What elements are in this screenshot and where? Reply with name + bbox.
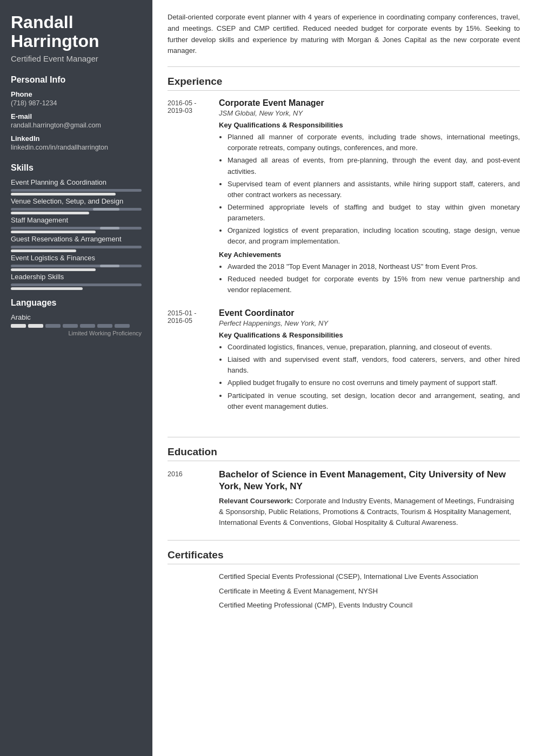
phone-label: Phone <box>11 90 142 98</box>
skill-item: Event Planning & Coordination <box>11 178 142 192</box>
skill-bar-fill <box>11 193 116 195</box>
language-block <box>97 324 112 328</box>
skill-bar-extra <box>93 208 119 211</box>
language-block <box>28 324 43 328</box>
main-content: Detail-oriented corporate event planner … <box>152 0 535 756</box>
job-title: Event Coordinator <box>219 308 520 318</box>
candidate-title: Certified Event Manager <box>11 54 142 63</box>
qualification-item: Supervised team of event planners and as… <box>228 179 520 200</box>
skill-name: Venue Selection, Setup, and Design <box>11 197 142 205</box>
skill-bar-fill <box>11 231 96 233</box>
qualification-item: Liaised with and supervised event staff,… <box>228 354 520 376</box>
job-date: 2016-05 -2019-03 <box>168 98 219 308</box>
language-block <box>63 324 78 328</box>
skill-bar-fill <box>11 212 89 214</box>
skill-bar-bg <box>11 189 142 192</box>
job-content: Event CoordinatorPerfect Happenings, New… <box>219 308 520 425</box>
skill-name: Event Planning & Coordination <box>11 178 142 186</box>
job-date: 2015-01 -2016-05 <box>168 308 219 425</box>
language-block <box>80 324 95 328</box>
cert-item: Certificate in Meeting & Event Managemen… <box>219 586 520 596</box>
qualifications-label: Key Qualifications & Responsibilities <box>219 331 520 339</box>
qualification-item: Determined appropriate levels of staffin… <box>228 202 520 224</box>
email-label: E-mail <box>11 112 142 120</box>
cert-spacer <box>168 572 219 586</box>
achievement-item: Awarded the 2018 "Top Event Manager in 2… <box>228 261 520 272</box>
cert-content: Certified Meeting Professional (CMP), Ev… <box>219 600 520 615</box>
skill-name: Leadership Skills <box>11 273 142 281</box>
certificates-heading: Certificates <box>168 549 520 564</box>
education-section: Education 2016Bachelor of Science in Eve… <box>168 446 520 529</box>
languages-heading: Languages <box>11 298 142 308</box>
qualification-item: Participated in venue scouting, set desi… <box>228 390 520 412</box>
certificates-table: Certified Special Events Professional (C… <box>168 572 520 615</box>
certificate-row: Certified Meeting Professional (CMP), Ev… <box>168 600 520 615</box>
edu-coursework: Relevant Coursework: Corporate and Indus… <box>219 496 520 528</box>
education-table: 2016Bachelor of Science in Event Managem… <box>168 469 520 529</box>
cert-item: Certified Special Events Professional (C… <box>219 572 520 582</box>
skill-item: Event Logistics & Finances <box>11 254 142 267</box>
qualification-item: Applied budget frugally to ensure no cos… <box>228 377 520 388</box>
qualification-item: Planned all manner of corporate events, … <box>228 132 520 153</box>
skill-bar-bg <box>11 208 142 211</box>
skill-bar-bg <box>11 246 142 248</box>
skill-bar-fill <box>11 249 76 252</box>
cert-spacer <box>168 586 219 600</box>
qualification-item: Coordinated logistics, finances, venue, … <box>228 342 520 353</box>
language-block <box>45 324 61 328</box>
experience-row: 2016-05 -2019-03Corporate Event ManagerJ… <box>168 98 520 308</box>
cert-content: Certificate in Meeting & Event Managemen… <box>219 586 520 600</box>
certificates-divider <box>168 540 520 541</box>
skill-bar-bg <box>11 284 142 286</box>
experience-table: 2016-05 -2019-03Corporate Event ManagerJ… <box>168 98 520 425</box>
language-block <box>115 324 130 328</box>
qualifications-list: Coordinated logistics, finances, venue, … <box>219 342 520 412</box>
education-row: 2016Bachelor of Science in Event Managem… <box>168 469 520 529</box>
skill-bar-extra <box>100 265 119 267</box>
language-name: Arabic <box>11 313 142 321</box>
education-heading: Education <box>168 446 520 461</box>
skill-name: Staff Management <box>11 216 142 224</box>
skill-bar-fill <box>11 287 83 290</box>
skill-item: Staff Management <box>11 216 142 230</box>
achievements-list: Awarded the 2018 "Top Event Manager in 2… <box>219 261 520 295</box>
job-content: Corporate Event ManagerJSM Global, New Y… <box>219 98 520 308</box>
skill-bar-extra <box>100 227 119 230</box>
skill-bar-bg <box>11 227 142 230</box>
qualifications-list: Planned all manner of corporate events, … <box>219 132 520 247</box>
linkedin-label: LinkedIn <box>11 134 142 143</box>
experience-row: 2015-01 -2016-05Event CoordinatorPerfect… <box>168 308 520 425</box>
summary-text: Detail-oriented corporate event planner … <box>168 12 520 57</box>
linkedin-value: linkedin.com/in/randallharrington <box>11 144 142 151</box>
cert-spacer <box>168 600 219 615</box>
qualification-item: Managed all areas of events, from pre-pl… <box>228 155 520 177</box>
achievements-label: Key Achievements <box>219 251 520 259</box>
phone-value: (718) 987-1234 <box>11 99 142 107</box>
certificates-section: Certificates Certified Special Events Pr… <box>168 549 520 615</box>
cert-item: Certified Meeting Professional (CMP), Ev… <box>219 600 520 610</box>
skill-item: Venue Selection, Setup, and Design <box>11 197 142 211</box>
job-company: JSM Global, New York, NY <box>219 109 520 117</box>
language-block <box>11 324 26 328</box>
language-level: Limited Working Proficiency <box>11 330 142 336</box>
email-value: randall.harrington@gmail.com <box>11 122 142 129</box>
summary-divider <box>168 66 520 67</box>
candidate-name: Randall Harrington <box>11 13 142 51</box>
skill-name: Guest Reservations & Arrangement <box>11 235 142 243</box>
skill-name: Event Logistics & Finances <box>11 254 142 262</box>
skills-list: Event Planning & CoordinationVenue Selec… <box>11 178 142 286</box>
personal-info-heading: Personal Info <box>11 75 142 85</box>
skill-item: Guest Reservations & Arrangement <box>11 235 142 248</box>
achievement-item: Reduced needed budget for corporate even… <box>228 274 520 295</box>
skill-item: Leadership Skills <box>11 273 142 286</box>
experience-section: Experience 2016-05 -2019-03Corporate Eve… <box>168 76 520 425</box>
edu-degree: Bachelor of Science in Event Management,… <box>219 469 520 492</box>
job-title: Corporate Event Manager <box>219 98 520 108</box>
cert-content: Certified Special Events Professional (C… <box>219 572 520 586</box>
qualification-item: Organized logistics of event preparation… <box>228 225 520 247</box>
job-company: Perfect Happenings, New York, NY <box>219 319 520 327</box>
certificate-row: Certificate in Meeting & Event Managemen… <box>168 586 520 600</box>
sidebar: Randall Harrington Certified Event Manag… <box>0 0 152 756</box>
education-divider <box>168 437 520 437</box>
edu-year: 2016 <box>168 469 219 529</box>
